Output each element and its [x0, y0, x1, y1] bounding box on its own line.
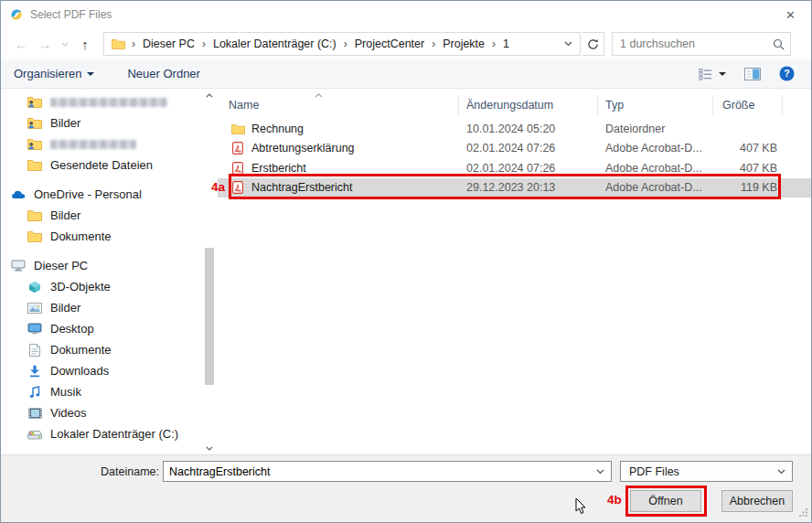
column-headers: Name Änderungsdatum Typ Größe [218, 89, 811, 115]
sidebar-item-3d-objekte[interactable]: 3D-Objekte [1, 276, 218, 297]
sidebar-item-label: Bilder [50, 208, 80, 222]
breadcrumb-item[interactable]: ProjectCenter [353, 37, 426, 50]
file-list: Name Änderungsdatum Typ Größe Rechnung 1… [218, 89, 811, 454]
sidebar-item-dokumente-onedrive[interactable]: Dokumente [1, 226, 218, 247]
scroll-down-icon[interactable] [206, 442, 213, 454]
search-icon[interactable] [773, 38, 785, 50]
sidebar-scrollbar[interactable] [203, 89, 216, 454]
sidebar-item-label: Dokumente [50, 229, 111, 243]
breadcrumb-item[interactable]: Projekte [441, 37, 486, 50]
column-header-type[interactable]: Typ [598, 95, 713, 115]
sidebar-item-label: Downloads [50, 364, 109, 378]
sidebar-item-bilder-shared[interactable]: Bilder [1, 112, 218, 133]
file-size: 119 KB [713, 181, 783, 194]
sidebar-item-label: Dieser PC [34, 259, 88, 272]
breadcrumb-separator: › [197, 37, 211, 50]
music-note-icon [27, 386, 43, 399]
dialog-footer: Dateiname: PDF Files Öffnen Abbrechen 4b [1, 454, 811, 522]
file-type: Adobe Acrobat-D... [598, 142, 713, 155]
file-date: 02.01.2024 07:26 [459, 162, 598, 175]
file-date: 02.01.2024 07:26 [459, 142, 598, 155]
command-bar: Organisieren Neuer Ordner [1, 59, 811, 89]
shared-folder-icon [27, 117, 43, 129]
filename-combobox[interactable] [163, 461, 612, 482]
sidebar-item-videos[interactable]: Videos [1, 402, 218, 423]
sidebar-item-desktop[interactable]: Desktop [1, 318, 218, 339]
annotation-label-4a: 4a [211, 180, 225, 194]
sidebar-item-lokaler-datentraeger[interactable]: Lokaler Datenträger (C:) [1, 423, 218, 444]
filetype-dropdown[interactable]: PDF Files [620, 461, 793, 482]
cancel-button[interactable]: Abbrechen [721, 490, 793, 512]
breadcrumb-item[interactable]: Lokaler Datenträger (C:) [211, 37, 338, 50]
breadcrumb-separator: › [338, 37, 353, 50]
app-icon [9, 7, 24, 22]
search-input[interactable] [620, 37, 773, 50]
file-row-erstbericht[interactable]: Erstbericht 02.01.2024 07:26 Adobe Acrob… [218, 158, 811, 178]
breadcrumb-item[interactable]: 1 [501, 37, 511, 50]
navigation-bar: ← → ↑ › Dieser PC › Lokaler Datenträger … [1, 28, 811, 59]
sidebar-item-redacted[interactable] [1, 133, 218, 155]
breadcrumb-separator: › [486, 37, 501, 50]
breadcrumb-separator: › [126, 37, 141, 50]
chevron-down-icon[interactable] [596, 469, 611, 475]
chevron-down-icon[interactable] [777, 469, 792, 475]
sidebar-item-onedrive[interactable]: OneDrive - Personal [1, 184, 218, 205]
close-button[interactable]: ✕ [770, 2, 811, 28]
open-button[interactable]: Öffnen [630, 490, 701, 512]
search-box[interactable] [612, 32, 791, 56]
file-row-nachtragerstbericht-selected[interactable]: NachtragErstbericht 29.12.2023 20:13 Ado… [218, 178, 811, 198]
refresh-button[interactable] [582, 32, 604, 56]
sidebar-item-dokumente-pc[interactable]: Dokumente [1, 339, 218, 360]
file-row-abtretungserklaerung[interactable]: Abtretungserklärung 02.01.2024 07:26 Ado… [218, 139, 811, 159]
filename-input[interactable] [164, 465, 596, 478]
svg-text:?: ? [784, 68, 789, 79]
sidebar-item-redacted[interactable] [1, 91, 218, 112]
computer-icon [10, 260, 27, 272]
title-bar: Select PDF Files ✕ [1, 1, 811, 28]
film-icon [27, 408, 43, 419]
sidebar-item-label: Bilder [50, 116, 80, 130]
change-view-button[interactable] [699, 68, 726, 80]
column-header-size[interactable]: Größe [713, 95, 783, 115]
sidebar-item-label: Dokumente [50, 343, 111, 357]
shared-folder-icon [27, 138, 43, 150]
up-button[interactable]: ↑ [74, 37, 96, 52]
file-row-rechnung[interactable]: Rechnung 10.01.2024 05:20 Dateiordner [218, 119, 811, 139]
help-button[interactable]: ? [779, 66, 795, 81]
folder-icon [110, 38, 126, 49]
scroll-up-icon[interactable] [206, 89, 213, 101]
sort-ascending-icon [315, 88, 323, 101]
sidebar-item-gesendete-dateien[interactable]: Gesendete Dateien [1, 155, 218, 176]
filetype-value: PDF Files [629, 465, 679, 478]
column-label: Änderungsdatum [466, 99, 553, 112]
file-name: Abtretungserklärung [251, 142, 355, 155]
sidebar-item-bilder-pc[interactable]: Bilder [1, 297, 218, 318]
filename-label: Dateiname: [1, 465, 159, 478]
document-icon [27, 344, 43, 357]
forward-button[interactable]: → [34, 37, 56, 52]
scrollbar-track[interactable] [203, 101, 216, 442]
window-title: Select PDF Files [30, 8, 112, 21]
breadcrumb-item[interactable]: Dieser PC [141, 37, 197, 50]
sidebar-item-label: OneDrive - Personal [34, 187, 142, 201]
back-button[interactable]: ← [10, 37, 32, 52]
sidebar-item-dieser-pc[interactable]: Dieser PC [1, 255, 218, 276]
desktop-icon [27, 323, 43, 335]
column-header-date[interactable]: Änderungsdatum [459, 95, 598, 115]
new-folder-button[interactable]: Neuer Ordner [127, 67, 199, 80]
preview-pane-button[interactable] [744, 68, 761, 80]
scrollbar-thumb[interactable] [205, 248, 214, 385]
recent-locations-chevron-icon[interactable] [58, 42, 72, 47]
sidebar-item-bilder-onedrive[interactable]: Bilder [1, 205, 218, 226]
address-dropdown-chevron-icon[interactable] [564, 41, 576, 47]
organize-menu-button[interactable]: Organisieren [14, 67, 94, 80]
resize-grip[interactable] [798, 507, 808, 520]
sidebar-item-musik[interactable]: Musik [1, 381, 218, 402]
column-header-name[interactable]: Name [218, 95, 459, 115]
folder-icon [230, 123, 245, 134]
sidebar-item-label: Desktop [50, 322, 94, 336]
address-bar[interactable]: › Dieser PC › Lokaler Datenträger (C:) ›… [103, 32, 581, 56]
chevron-down-icon [719, 72, 726, 76]
file-rows: Rechnung 10.01.2024 05:20 Dateiordner Ab… [218, 115, 811, 197]
sidebar-item-downloads[interactable]: Downloads [1, 360, 218, 381]
